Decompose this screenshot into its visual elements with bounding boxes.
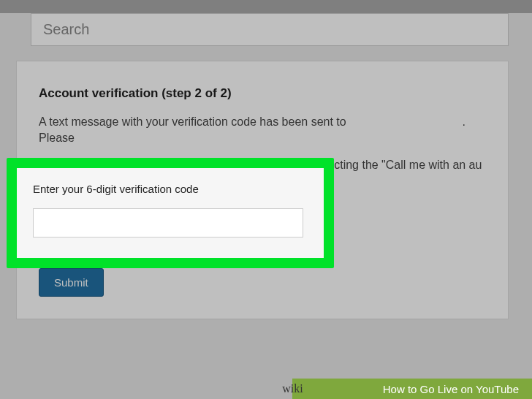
text-part-a: A text message with your verification co…: [39, 115, 346, 128]
verification-code-input[interactable]: [33, 208, 303, 238]
submit-button[interactable]: Submit: [39, 268, 104, 297]
footer-title: How to Go Live on YouTube: [383, 383, 519, 395]
search-placeholder: Search: [43, 21, 89, 37]
card-title: Account verification (step 2 of 2): [39, 86, 486, 101]
code-entry-box: Enter your 6-digit verification code: [17, 168, 324, 258]
submit-area: Submit: [39, 268, 486, 297]
search-bar[interactable]: Search: [31, 13, 509, 46]
wiki-logo: wiki: [282, 382, 303, 395]
highlight-frame: Enter your 6-digit verification code: [7, 158, 334, 268]
footer-bar: wiki How to Go Live on YouTube: [0, 379, 532, 399]
footer-logo-area: wiki: [282, 382, 303, 395]
card-text-line1: A text message with your verification co…: [39, 114, 486, 147]
code-entry-label: Enter your 6-digit verification code: [33, 183, 308, 195]
